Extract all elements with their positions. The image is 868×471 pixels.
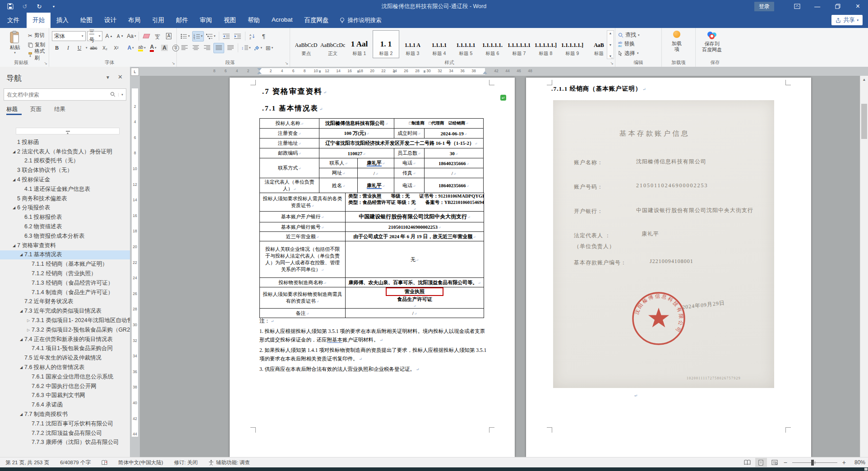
cell-label[interactable]: 投标人须知要求投标人需具有的各类资质证书 xyxy=(260,193,346,212)
zoom-in-button[interactable]: + xyxy=(841,459,847,466)
replace-button[interactable]: abac替换 xyxy=(618,40,635,48)
scroll-up-icon[interactable]: ▲ xyxy=(860,76,868,83)
nav-heading-item[interactable]: ◢7.3 近年完成的类似项目情况表 xyxy=(0,306,130,316)
nav-heading-item[interactable]: ◢2 法定代表人（单位负责人）身份证明 xyxy=(0,147,130,157)
cell-value[interactable]: 2024-06-19 xyxy=(424,129,483,139)
cell-label[interactable]: 传真 xyxy=(394,168,424,178)
phonetic-guide-button[interactable]: wén文 xyxy=(152,32,162,41)
file-tab[interactable]: 文件 xyxy=(0,13,27,28)
cell-checkboxes[interactable]: □制造商 □代理商 ☑经销商 xyxy=(394,119,483,129)
save-to-netdisk-button[interactable]: 保存到 百度网盘 xyxy=(702,31,722,53)
scrollbar-thumb[interactable] xyxy=(861,104,867,139)
cell-label[interactable]: 基本账户银行账号 xyxy=(260,222,346,232)
cell-label[interactable]: 投标人名称 xyxy=(260,119,319,129)
vertical-ruler[interactable]: 2468101214161820222426283032343638404244 xyxy=(130,76,140,457)
italic-button[interactable]: I xyxy=(63,43,73,53)
nav-tab[interactable]: 页面 xyxy=(30,106,42,113)
nav-heading-item[interactable]: 7.5 近年发生的诉讼及仲裁情况 xyxy=(0,353,130,363)
collapse-icon[interactable]: ◢ xyxy=(11,150,17,154)
first-line-indent-marker[interactable] xyxy=(257,68,262,71)
zoom-percentage[interactable]: 80% xyxy=(849,459,865,466)
collapse-icon[interactable]: ◢ xyxy=(11,206,17,210)
table-column-marker[interactable] xyxy=(319,70,321,73)
style-item[interactable]: 1.1.1.1.1.]标题 9 xyxy=(559,30,586,58)
bold-button[interactable]: B xyxy=(52,43,62,53)
superscript-button[interactable]: X² xyxy=(111,43,121,53)
cell-value[interactable]: 沈阳榛傅信息科技有限公司 xyxy=(319,119,394,129)
save-icon[interactable] xyxy=(6,2,14,10)
scroll-down-icon[interactable]: ▼ xyxy=(609,43,612,46)
cell-value[interactable]: 中国建设银行股份有限公司沈阳中央大街支行 xyxy=(346,212,484,222)
nav-heading-item[interactable]: ◢7.6 投标人的信誉情况表 xyxy=(0,363,130,372)
redo-icon[interactable]: ↻ xyxy=(35,2,43,10)
document-page-2[interactable]: .7.1.1 经销商（基本账户证明）↵ 基本存款账户信息 账户名称： 沈阳榛傅信… xyxy=(526,78,811,457)
style-item[interactable]: 1.1.1.1.1.1标题 7 xyxy=(506,30,532,58)
collapse-icon[interactable]: ◢ xyxy=(18,337,24,342)
table-row[interactable]: 近三年营业额 由于公司成立于 2024 年 6 月 19 日，故无近三年营业额 xyxy=(260,232,484,241)
dialog-launcher-icon[interactable]: ↘ xyxy=(171,61,175,65)
cell-label[interactable]: 投标人关联企业情况（包括但不限于与投标人法定代表人（单位负责人）为同一人或者存在… xyxy=(260,241,346,278)
word-count[interactable]: 6/40879 个字 xyxy=(55,459,96,466)
style-item[interactable]: 1.1.1.1.1.]标题 8 xyxy=(532,30,559,58)
share-button[interactable]: 共享 ▾ xyxy=(831,15,863,25)
nav-heading-item[interactable]: 7.4.1 项目1-预包装食品采购合同 xyxy=(0,344,130,354)
nav-heading-item[interactable]: 5 商务和技术偏差表 xyxy=(0,194,130,203)
ribbon-tab[interactable]: 绘图 xyxy=(74,13,98,28)
ribbon-tab[interactable]: 邮件 xyxy=(170,13,194,28)
contact-name[interactable]: 康礼平 xyxy=(367,160,382,166)
cell-value[interactable]: 100 万(元) xyxy=(319,129,394,139)
enclose-characters-button[interactable]: A xyxy=(164,32,174,41)
addins-button[interactable]: 加载项 xyxy=(670,31,683,52)
search-icon[interactable] xyxy=(107,91,118,99)
nav-heading-item[interactable]: ◢4 投标保证金 xyxy=(0,175,130,185)
style-item[interactable]: 1.1.1.1.1.标题 6 xyxy=(479,30,506,58)
shading-button[interactable]: ▾ xyxy=(253,43,263,53)
nav-heading-item[interactable]: 6.1 投标报价表 xyxy=(0,212,130,222)
change-case-button[interactable]: Aa▾ xyxy=(126,32,136,41)
language-status[interactable]: 简体中文(中国大陆) xyxy=(113,459,169,466)
cell-value[interactable]: 营业执照 食品生产许可证 xyxy=(346,287,484,309)
character-shading-button[interactable]: A xyxy=(160,43,170,53)
nav-heading-item[interactable]: 7.1.2 经销商（营业执照） xyxy=(0,269,130,278)
style-gallery-scroll[interactable]: ▲▼▼̲ xyxy=(607,30,614,59)
left-indent-marker[interactable] xyxy=(257,71,262,74)
decrease-indent-button[interactable] xyxy=(222,32,231,41)
ribbon-tab[interactable]: 设计 xyxy=(98,13,122,28)
expand-icon[interactable]: ▷ xyxy=(25,319,32,323)
table-row[interactable]: 注册地址 辽宁省沈阳市沈阳经济技术开发区开发二十二号路 16-1 号（1-15-… xyxy=(260,139,484,148)
tab-selector[interactable]: L xyxy=(131,68,139,76)
collapse-icon[interactable]: ◢ xyxy=(18,253,24,257)
table-row[interactable]: 联系方式 联系人 康礼平 电话 18640235666 xyxy=(260,158,484,168)
nav-heading-item[interactable]: 7.6.4 承诺函 xyxy=(0,400,130,410)
document-page-1[interactable]: .7 资格审查资料↵ .7.1 基本情况表↵ ↵ 投标人名称 沈阳榛傅信息科技有… xyxy=(230,78,515,457)
shrink-font-button[interactable]: A▼ xyxy=(115,32,125,41)
cut-button[interactable]: ✂剪切 xyxy=(28,31,49,40)
collapse-icon[interactable]: ◢ xyxy=(18,365,24,369)
nav-heading-item[interactable]: ▷7.3.2 类似项目2-预包装食品采购（GR2024 xyxy=(0,325,130,335)
font-size-select[interactable]: 三号▾ xyxy=(87,31,103,41)
pane-options-icon[interactable]: ▼ xyxy=(106,75,110,80)
cell-label[interactable]: 投标物资制造商名称 xyxy=(260,278,346,287)
style-item[interactable]: 1 Aal标题 1 xyxy=(346,30,373,58)
zoom-slider-thumb[interactable] xyxy=(811,460,814,466)
dialog-launcher-icon[interactable]: ↘ xyxy=(44,61,47,65)
style-item[interactable]: 1. 1标题 2 xyxy=(373,30,399,58)
text-effects-button[interactable]: A▾ xyxy=(126,43,136,53)
cell-label[interactable]: 电话 xyxy=(394,158,424,168)
justify-button[interactable] xyxy=(213,43,224,53)
cell-label[interactable]: 法定代表人（单位负责人） xyxy=(260,178,319,193)
cell-value[interactable]: 康师傅、农夫山泉、百事可乐、沈阳顶益食品有限公司等。 xyxy=(346,278,484,287)
search-input[interactable] xyxy=(4,92,107,98)
nav-heading-item[interactable]: 7.7.1 沈阳百事可乐饮料有限公司 xyxy=(0,419,130,429)
accessibility-status[interactable]: 辅助功能: 调查 xyxy=(203,459,255,466)
table-column-marker[interactable] xyxy=(393,70,395,73)
style-item[interactable]: 1.1.1.1.1标题 5 xyxy=(452,30,479,58)
cell-label[interactable]: 姓名 xyxy=(319,178,358,193)
nav-heading-item[interactable]: 7.1.1 经销商（基本账户证明） xyxy=(0,259,130,269)
nav-heading-item[interactable]: ◢7.4 正在供货和新承接的项目情况表 xyxy=(0,335,130,344)
cell-label[interactable]: 成立时间 xyxy=(394,129,424,139)
undo-icon[interactable]: ↺ xyxy=(21,2,29,10)
table-row[interactable]: 投标人名称 沈阳榛傅信息科技有限公司 □制造商 □代理商 ☑经销商 xyxy=(260,119,484,129)
nav-heading-item[interactable]: ◢7.7 制造商授权书 xyxy=(0,410,130,419)
web-layout-button[interactable] xyxy=(769,458,780,467)
